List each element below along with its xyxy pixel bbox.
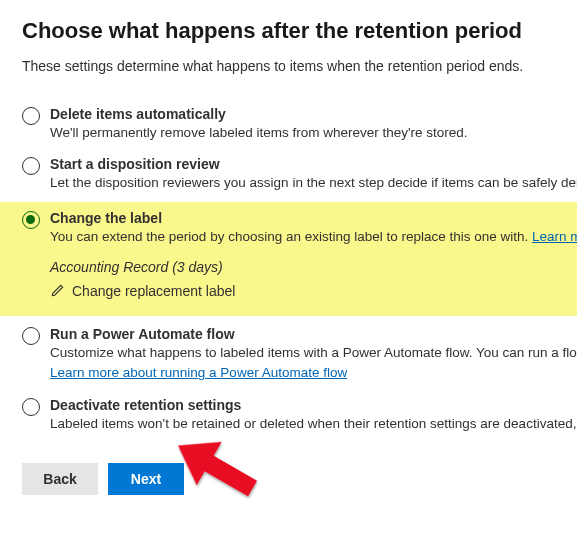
- option-delete-title: Delete items automatically: [50, 106, 577, 122]
- option-flow-desc: Customize what happens to labeled items …: [50, 344, 577, 362]
- option-power-automate[interactable]: Run a Power Automate flow Customize what…: [22, 316, 577, 392]
- option-change-label[interactable]: Change the label You can extend the peri…: [0, 202, 577, 316]
- radio-power-automate[interactable]: [22, 327, 40, 345]
- back-button[interactable]: Back: [22, 463, 98, 495]
- option-change-desc: You can extend the period by choosing an…: [50, 228, 577, 246]
- pencil-icon: [50, 283, 65, 298]
- radio-change-label[interactable]: [22, 211, 40, 229]
- intro-text: These settings determine what happens to…: [22, 58, 577, 74]
- learn-more-flow-link[interactable]: Learn more about running a Power Automat…: [50, 365, 347, 380]
- change-replacement-label-button[interactable]: Change replacement label: [50, 283, 235, 299]
- option-delete-desc: We'll permanently remove labeled items f…: [50, 124, 577, 142]
- option-deactivate-title: Deactivate retention settings: [50, 397, 577, 413]
- option-delete-items[interactable]: Delete items automatically We'll permane…: [22, 102, 577, 152]
- option-disposition-desc: Let the disposition reviewers you assign…: [50, 174, 577, 192]
- option-deactivate-desc: Labeled items won't be retained or delet…: [50, 415, 577, 433]
- change-replacement-label-text: Change replacement label: [72, 283, 235, 299]
- radio-disposition-review[interactable]: [22, 157, 40, 175]
- option-disposition-review[interactable]: Start a disposition review Let the dispo…: [22, 152, 577, 202]
- page-title: Choose what happens after the retention …: [22, 18, 577, 44]
- current-replacement-label: Accounting Record (3 days): [50, 259, 577, 275]
- next-button[interactable]: Next: [108, 463, 184, 495]
- radio-deactivate[interactable]: [22, 398, 40, 416]
- option-flow-title: Run a Power Automate flow: [50, 326, 577, 342]
- option-deactivate[interactable]: Deactivate retention settings Labeled it…: [22, 393, 577, 443]
- footer-buttons: Back Next: [22, 463, 577, 495]
- radio-delete-items[interactable]: [22, 107, 40, 125]
- learn-more-change-link[interactable]: Learn more: [532, 229, 577, 244]
- option-change-title: Change the label: [50, 210, 577, 226]
- option-disposition-title: Start a disposition review: [50, 156, 577, 172]
